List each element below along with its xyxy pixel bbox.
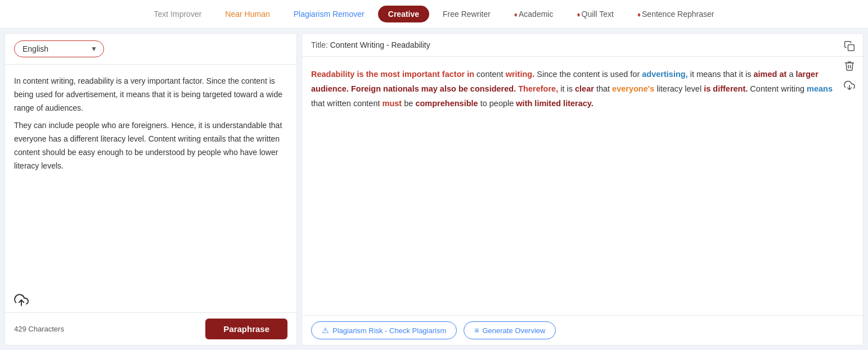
svg-rect-1 <box>848 45 854 51</box>
diamond-icon-quill: ♦ <box>577 11 580 19</box>
nav-text-improver[interactable]: Text Improver <box>144 6 212 22</box>
input-paragraph-1: In content writing, readability is a ver… <box>14 75 287 115</box>
nav-plagiarism-remover[interactable]: Plagiarism Remover <box>284 6 375 22</box>
upload-button[interactable] <box>14 293 29 310</box>
plagiarism-risk-button[interactable]: ⚠ Plagiarism Risk - Check Plagiarism <box>311 321 457 339</box>
input-top-bar: English French Spanish German Italian ▼ <box>5 34 296 65</box>
output-span-13: clear <box>575 84 594 93</box>
output-span-5: advertising, <box>642 70 687 79</box>
main-content: English French Spanish German Italian ▼ … <box>0 29 868 350</box>
char-count: 429 Characters <box>14 325 64 333</box>
output-span-21: must <box>383 99 402 108</box>
output-span-3: writing. <box>506 70 535 79</box>
output-span-12: it is <box>560 84 575 93</box>
output-paragraph: Readability is the most important factor… <box>311 67 836 111</box>
output-span-18: Content writing <box>750 84 807 93</box>
plagiarism-risk-label: Plagiarism Risk - Check Plagiarism <box>332 326 446 335</box>
nav-academic[interactable]: ♦Academic <box>504 6 564 22</box>
nav-sentence-rephraser[interactable]: ♦Sentence Rephraser <box>627 6 725 22</box>
list-icon: ≡ <box>474 326 479 335</box>
output-span-14: that <box>596 84 612 93</box>
input-bottom-bar: 429 Characters Paraphrase <box>5 312 296 345</box>
output-action-icons <box>843 39 856 95</box>
diamond-icon-academic: ♦ <box>514 11 518 19</box>
nav-quill-text[interactable]: ♦Quill Text <box>566 6 623 22</box>
generate-overview-button[interactable]: ≡ Generate Overview <box>464 321 556 339</box>
output-bottom-bar: ⚠ Plagiarism Risk - Check Plagiarism ≡ G… <box>302 315 863 345</box>
output-span-24: to people <box>480 99 516 108</box>
output-span-11: Therefore, <box>518 84 558 93</box>
output-top-bar: Title: Content Writing - Readability <box>302 34 863 57</box>
title-value: Content Writing - Readability <box>330 40 430 49</box>
title-label: Title: <box>311 40 328 49</box>
delete-button[interactable] <box>843 59 856 75</box>
output-panel: Title: Content Writing - Readability <box>302 33 863 346</box>
output-content: Readability is the most important factor… <box>302 57 863 315</box>
input-panel: English French Spanish German Italian ▼ … <box>5 33 297 346</box>
output-span-19: means <box>807 84 833 93</box>
output-span-4: Since the content is used for <box>537 70 642 79</box>
output-span-6: it means that it is <box>690 70 754 79</box>
output-span-17: is different. <box>704 84 748 93</box>
output-span-22: be <box>404 99 415 108</box>
paraphrase-button[interactable]: Paraphrase <box>205 319 287 339</box>
copy-button[interactable] <box>843 39 856 56</box>
nav-free-rewriter[interactable]: Free Rewriter <box>433 6 501 22</box>
output-span-20: that written content <box>311 99 383 108</box>
output-span-8: a <box>789 70 795 79</box>
download-button[interactable] <box>843 79 856 95</box>
language-select[interactable]: English French Spanish German Italian <box>14 40 104 57</box>
output-span-2: content <box>476 70 506 79</box>
output-span-23: comprehensible <box>415 99 478 108</box>
output-span-16: literacy level <box>656 84 704 93</box>
nav-creative[interactable]: Creative <box>378 6 429 22</box>
diamond-icon-sentence: ♦ <box>637 11 641 19</box>
output-span-25: with limited literacy. <box>516 99 593 108</box>
input-text-area: In content writing, readability is a ver… <box>5 65 296 288</box>
upload-area <box>5 288 296 312</box>
output-span-15: everyone's <box>612 84 654 93</box>
output-span-1: Readability is the most important factor… <box>311 70 474 79</box>
output-title: Title: Content Writing - Readability <box>311 40 430 49</box>
nav-near-human[interactable]: Near Human <box>215 6 280 22</box>
warning-icon: ⚠ <box>322 326 329 335</box>
generate-overview-label: Generate Overview <box>482 326 545 335</box>
input-paragraph-2: They can include people who are foreigne… <box>14 119 287 172</box>
top-navigation: Text Improver Near Human Plagiarism Remo… <box>0 0 868 29</box>
output-span-7: aimed at <box>754 70 787 79</box>
language-selector-wrapper: English French Spanish German Italian ▼ <box>14 40 104 57</box>
